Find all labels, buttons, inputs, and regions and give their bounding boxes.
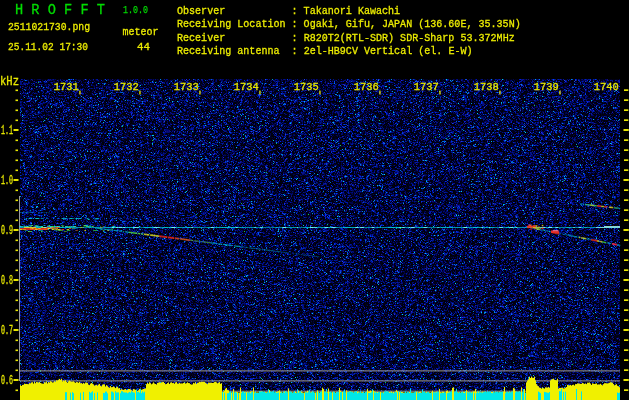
svg-text:44: 44 [137,41,150,53]
svg-text:2511021730.png: 2511021730.png [8,21,90,33]
svg-text:1.0: 1.0 [1,174,13,188]
svg-text:Receiver : R820T2(RT: Receiver : R820T2(RTL-SDR) SDR-Sharp 53.… [177,32,515,44]
svg-text:1739: 1739 [534,81,559,93]
svg-text:0.7: 0.7 [1,324,13,338]
svg-text:1.1: 1.1 [1,124,13,138]
svg-text:1731: 1731 [54,81,79,93]
svg-text:kHz: kHz [0,75,19,89]
svg-text:1735: 1735 [294,81,319,93]
svg-text:meteor: meteor [123,26,159,38]
svg-text:H R O F F T: H R O F F T [15,2,105,18]
svg-text:1734: 1734 [234,81,259,93]
svg-text:1733: 1733 [174,81,199,93]
svg-text:1732: 1732 [114,81,139,93]
svg-text:0.6: 0.6 [1,374,13,388]
svg-text:Observer : Takanori: Observer : Takanori Kawachi [177,5,400,17]
svg-text:0.9: 0.9 [1,224,13,238]
svg-text:0.8: 0.8 [1,274,13,288]
svg-text:Receiving antenna : 2el-HB9CV: Receiving antenna : 2el-HB9CV Vertical (… [177,45,473,57]
svg-text:Receiving Location : Ogaki, Gi: Receiving Location : Ogaki, Gifu, JAPAN … [177,18,521,30]
svg-text:1737: 1737 [414,81,439,93]
svg-text:1740: 1740 [594,81,619,93]
svg-text:1.0.0: 1.0.0 [123,4,148,16]
svg-text:1738: 1738 [474,81,499,93]
svg-text:25.11.02 17:30: 25.11.02 17:30 [8,41,88,53]
svg-text:1736: 1736 [354,81,379,93]
